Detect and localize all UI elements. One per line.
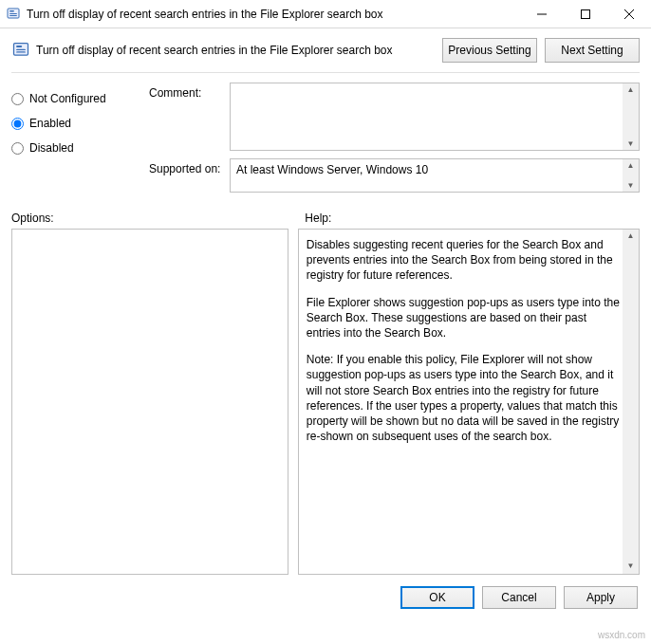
- scroll-up-icon: ▲: [627, 159, 635, 172]
- help-label: Help:: [305, 212, 640, 225]
- svg-rect-11: [16, 51, 26, 52]
- radio-label: Not Configured: [29, 92, 106, 105]
- help-paragraph: Disables suggesting recent queries for t…: [307, 237, 620, 284]
- header-title: Turn off display of recent search entrie…: [36, 44, 435, 57]
- comment-textbox[interactable]: ▲ ▼: [230, 83, 640, 151]
- watermark: wsxdn.com: [598, 630, 645, 640]
- scroll-up-icon: ▲: [627, 230, 635, 244]
- next-setting-button[interactable]: Next Setting: [545, 38, 640, 63]
- supported-on-textbox: At least Windows Server, Windows 10 ▲ ▼: [230, 158, 640, 193]
- state-column: Not Configured Enabled Disabled: [11, 83, 149, 200]
- radio-label: Disabled: [29, 141, 74, 155]
- previous-setting-button[interactable]: Previous Setting: [442, 38, 537, 63]
- window-title: Turn off display of recent search entrie…: [27, 8, 520, 21]
- scrollbar[interactable]: ▲ ▼: [623, 159, 639, 192]
- radio-enabled-input[interactable]: [11, 118, 24, 130]
- divider: [11, 72, 640, 73]
- svg-rect-5: [582, 9, 590, 18]
- svg-rect-9: [16, 46, 22, 47]
- policy-icon-large: [11, 41, 30, 60]
- svg-rect-2: [9, 13, 17, 14]
- supported-on-value: At least Windows Server, Windows 10: [236, 163, 428, 176]
- titlebar: Turn off display of recent search entrie…: [0, 0, 651, 28]
- help-pane: Disables suggesting recent queries for t…: [298, 229, 640, 575]
- header-row: Turn off display of recent search entrie…: [0, 28, 651, 66]
- scroll-up-icon: ▲: [627, 83, 635, 96]
- minimize-button[interactable]: [520, 0, 564, 28]
- policy-icon: [6, 7, 21, 22]
- apply-button[interactable]: Apply: [564, 586, 638, 609]
- supported-on-label: Supported on:: [149, 158, 230, 193]
- radio-label: Enabled: [29, 117, 71, 130]
- radio-not-configured-input[interactable]: [11, 93, 24, 105]
- scroll-down-icon: ▼: [627, 138, 635, 150]
- scroll-down-icon: ▼: [627, 560, 635, 574]
- close-button[interactable]: [607, 0, 651, 28]
- maximize-button[interactable]: [564, 0, 607, 28]
- comment-label: Comment:: [149, 83, 230, 151]
- radio-disabled-input[interactable]: [11, 142, 24, 155]
- help-paragraph: Note: If you enable this policy, File Ex…: [307, 352, 620, 444]
- svg-rect-10: [16, 49, 26, 50]
- help-paragraph: File Explorer shows suggestion pop-ups a…: [307, 295, 620, 341]
- scrollbar[interactable]: ▲ ▼: [623, 230, 639, 574]
- radio-enabled[interactable]: Enabled: [11, 111, 149, 136]
- svg-rect-1: [9, 10, 14, 12]
- scrollbar[interactable]: ▲ ▼: [623, 83, 639, 150]
- options-label: Options:: [11, 212, 305, 225]
- radio-not-configured[interactable]: Not Configured: [11, 86, 149, 111]
- radio-disabled[interactable]: Disabled: [11, 136, 149, 160]
- svg-rect-3: [9, 15, 17, 16]
- cancel-button[interactable]: Cancel: [482, 586, 556, 609]
- button-bar: OK Cancel Apply: [0, 575, 651, 620]
- ok-button[interactable]: OK: [400, 586, 474, 609]
- scroll-down-icon: ▼: [627, 179, 635, 192]
- options-pane: [11, 229, 288, 575]
